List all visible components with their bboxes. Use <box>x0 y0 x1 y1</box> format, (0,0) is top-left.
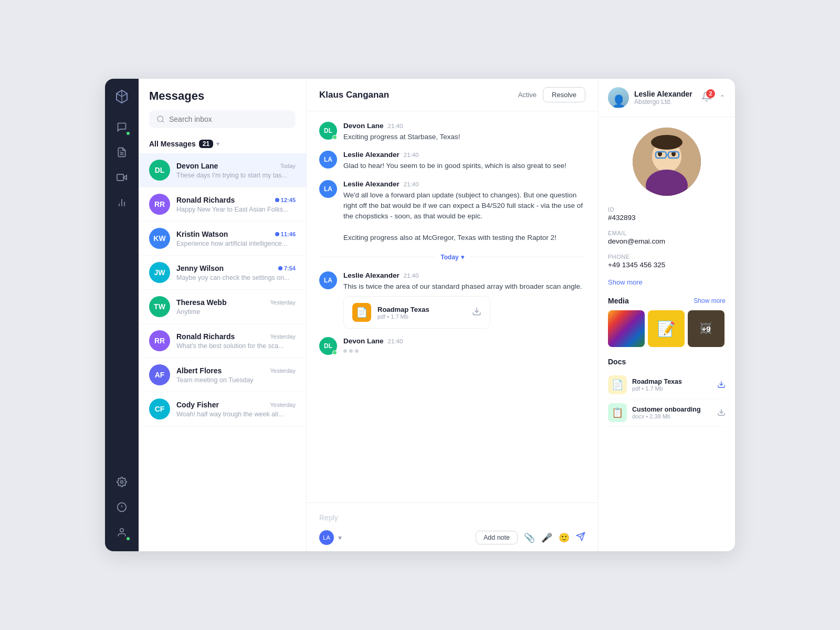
doc-download-2[interactable] <box>717 408 726 418</box>
notification-bell[interactable]: 2 <box>701 91 712 104</box>
attachment-card: 📄 Roadmap Texas pdf • 1.7 Mb <box>343 296 490 329</box>
leslie-avatar-3: LA <box>319 271 337 289</box>
svg-point-12 <box>158 116 163 122</box>
conversation-item[interactable]: RR Ronald Richards Yesterday What's the … <box>139 324 306 358</box>
chat-messages: DL Devon Lane 21:40 Exciting progress at… <box>307 111 598 502</box>
doc-item-2: 📋 Customer onboarding docx • 2.38 Mb <box>608 399 726 427</box>
filter-chevron-icon[interactable]: ▾ <box>216 140 219 148</box>
attachment-info: Roadmap Texas pdf • 1.7 Mb <box>377 306 466 320</box>
search-bar[interactable] <box>149 110 296 128</box>
attachment-icon[interactable]: 📎 <box>524 532 535 543</box>
status-badge: Active <box>518 91 537 99</box>
conv-preview: What's the best solution for the sca... <box>176 342 296 350</box>
conv-name: Kristin Watson <box>176 230 228 238</box>
send-icon[interactable] <box>576 532 585 544</box>
devon-lane-avatar: DL <box>319 122 337 140</box>
conv-preview: Team meeting on Tuesday <box>176 376 296 384</box>
conv-name: Theresa Webb <box>176 298 226 307</box>
search-input[interactable] <box>169 115 288 123</box>
message-text: This is twice the area of our standard p… <box>343 281 585 292</box>
sidebar-item-video[interactable] <box>111 167 132 188</box>
conversation-item[interactable]: KW Kristin Watson 11:46 Experience how a… <box>139 222 306 256</box>
conv-avatar: AF <box>149 364 170 385</box>
message-sender-name: Devon Lane <box>343 337 384 345</box>
message-header: Devon Lane 21:40 <box>343 122 585 130</box>
conversation-item[interactable]: AF Albert Flores Yesterday Team meeting … <box>139 358 306 392</box>
conv-content: Kristin Watson 11:46 Experience how arti… <box>176 230 296 247</box>
conv-content: Albert Flores Yesterday Team meeting on … <box>176 366 296 384</box>
sidebar-item-document[interactable] <box>111 142 132 163</box>
message-row: DL Devon Lane 21:40 Exciting progress at… <box>319 122 585 142</box>
media-thumb-2[interactable]: 📝 <box>648 310 685 347</box>
conv-top: Ronald Richards Yesterday <box>176 332 296 341</box>
reply-avatar: LA <box>319 530 334 545</box>
message-time: 21:40 <box>388 338 403 344</box>
phone-label: Phone <box>608 254 726 260</box>
show-more-link[interactable]: Show more <box>608 278 643 286</box>
media-thumb-3[interactable]: 🖼 +9 <box>688 310 724 347</box>
right-content: ID #432893 Email devon@emai.com Phone +4… <box>598 117 735 551</box>
id-value: #432893 <box>608 214 726 222</box>
message-sender-name: Leslie Alexander <box>343 180 400 188</box>
message-header: Devon Lane 21:40 <box>343 337 585 345</box>
conversation-item[interactable]: TW Theresa Webb Yesterday Anytime <box>139 290 306 324</box>
conversation-item[interactable]: CF Cody Fisher Yesterday Woah! half way … <box>139 392 306 426</box>
sidebar-item-chart[interactable] <box>111 192 132 213</box>
reply-input[interactable] <box>319 509 585 526</box>
sidebar-item-user[interactable] <box>111 522 132 543</box>
divider-chevron-icon: ▾ <box>461 254 464 261</box>
conv-name: Jenny Wilson <box>176 264 224 272</box>
media-show-more-link[interactable]: Show more <box>694 297 726 304</box>
emoji-icon[interactable]: 🙂 <box>559 532 570 543</box>
svg-line-13 <box>162 121 164 122</box>
doc-download-1[interactable] <box>717 380 726 390</box>
message-body: Devon Lane 21:40 Exciting progress at St… <box>343 122 585 142</box>
svg-point-25 <box>651 135 682 150</box>
add-note-button[interactable]: Add note <box>476 531 518 544</box>
conversation-item[interactable]: JW Jenny Wilson 7:54 Maybe yoy can check… <box>139 256 306 290</box>
media-title: Media <box>608 297 629 305</box>
nav-logo <box>112 87 131 106</box>
message-row: LA Leslie Alexander 21:40 Glad to hear! … <box>319 151 585 171</box>
message-row: LA Leslie Alexander 21:40 We'd all love … <box>319 180 585 243</box>
conv-content: Theresa Webb Yesterday Anytime <box>176 298 296 316</box>
reply-mode-dropdown[interactable]: ▾ <box>338 533 342 542</box>
conv-content: Cody Fisher Yesterday Woah! half way tro… <box>176 401 296 418</box>
expand-chevron-icon[interactable]: ⌃ <box>719 93 726 102</box>
divider-label[interactable]: Today ▾ <box>440 254 464 261</box>
message-header: Leslie Alexander 21:40 <box>343 180 585 188</box>
email-section: Email devon@emai.com <box>608 230 726 245</box>
reply-tools: Add note 📎 🎤 🙂 <box>476 531 585 544</box>
media-section-header: Media Show more <box>608 297 726 305</box>
media-plus-overlay: +9 <box>688 310 724 347</box>
svg-marker-2 <box>123 175 127 180</box>
conv-time: 12:45 <box>275 197 296 203</box>
sidebar-item-settings[interactable] <box>111 471 132 492</box>
doc-meta-1: pdf • 1.7 Mb <box>632 385 712 392</box>
message-time: 21:40 <box>404 272 419 279</box>
conv-name: Ronald Richards <box>176 332 235 341</box>
media-thumb-1[interactable] <box>608 310 645 347</box>
download-icon[interactable] <box>472 307 481 318</box>
doc-meta-2: docx • 2.38 Mb <box>632 413 712 419</box>
sidebar-item-chat[interactable] <box>111 117 132 138</box>
sidebar-item-info[interactable] <box>111 497 132 518</box>
id-label: ID <box>608 206 726 213</box>
message-text: We'd all love a forward plan update (sub… <box>343 190 585 243</box>
doc-info-onboarding: Customer onboarding docx • 2.38 Mb <box>632 406 712 419</box>
conversation-item[interactable]: RR Ronald Richards 12:45 Happy New Year … <box>139 187 306 222</box>
conv-content: Ronald Richards Yesterday What's the bes… <box>176 332 296 350</box>
divider-line-left <box>319 257 434 257</box>
conv-avatar: DL <box>149 160 170 181</box>
filter-label: All Messages <box>149 140 196 148</box>
resolve-button[interactable]: Resolve <box>543 87 585 102</box>
conversation-item[interactable]: DL Devon Lane Today These days I'm tryin… <box>139 153 306 187</box>
chat-panel: Klaus Canganan Active Resolve DL Devon L… <box>307 79 598 551</box>
attachment-file-icon: 📄 <box>352 303 371 322</box>
email-value: devon@emai.com <box>608 237 726 245</box>
typing-indicator <box>343 347 585 355</box>
microphone-icon[interactable]: 🎤 <box>541 532 552 543</box>
svg-point-7 <box>121 481 123 484</box>
message-header: Leslie Alexander 21:40 <box>343 151 585 159</box>
devon-avatar-2: DL <box>319 337 337 355</box>
